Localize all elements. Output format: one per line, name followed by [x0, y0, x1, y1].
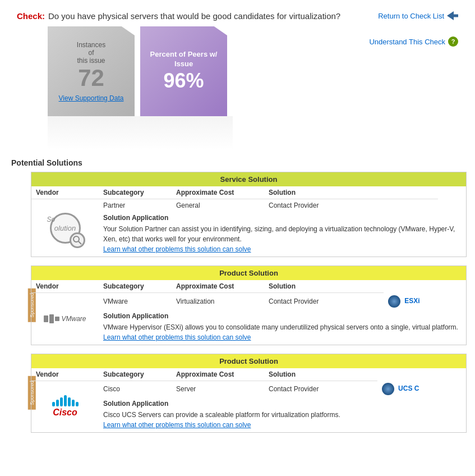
potential-solutions-title: Potential Solutions [11, 158, 467, 167]
return-link-text[interactable]: Return to Check List [378, 12, 444, 20]
approx-cost-1: Contact Provider [264, 293, 384, 310]
cisco-bar-3 [60, 397, 63, 406]
cisco-bar-7 [76, 402, 79, 406]
instances-value: 72 [78, 65, 104, 91]
help-icon: ? [448, 36, 458, 47]
subcategory-0: General [172, 199, 264, 212]
approx-cost-0: Contact Provider [264, 199, 438, 212]
col-header-subcat-2: Subcategory [99, 368, 172, 381]
col-header-solution-0: Solution [264, 186, 438, 199]
service-solution-box: Service Solution Vendor Subcategory Appr… [31, 172, 467, 257]
solution-item-3: Sponsored Product Solution Vendor Subcat… [31, 354, 467, 433]
instances-box: Instances of this issue 72 View Supporti… [48, 26, 135, 116]
cisco-bar-5 [68, 397, 71, 406]
cisco-name: Cisco [53, 408, 77, 418]
svg-point-0 [73, 236, 79, 242]
col-header-cost-2: Approximate Cost [172, 368, 264, 381]
solution-1: ESXi [384, 293, 466, 310]
instances-label3: this issue [77, 57, 105, 65]
svg-rect-3 [49, 314, 54, 323]
cisco-bar-2 [56, 400, 59, 406]
vmware-icon [44, 313, 59, 324]
col-header-cost-0: Approximate Cost [172, 186, 264, 199]
solution-app-label-0: Solution Application [103, 214, 168, 222]
col-header-vendor-1: Vendor [31, 280, 99, 293]
subcategory-2: Server [172, 381, 264, 397]
learn-more-link-1[interactable]: Learn what other problems this solution … [103, 332, 462, 345]
esxi-link[interactable]: ESXi [404, 297, 419, 305]
product-solution-header-1: Product Solution [31, 266, 466, 280]
esxi-globe-icon [388, 295, 400, 308]
vendor-logo-cell-2: Cisco [31, 381, 99, 432]
solution-2: UCS C [377, 381, 466, 397]
vendor-logo-cell-1: VMware [31, 293, 99, 345]
understand-link-text[interactable]: Understand This Check [369, 38, 445, 46]
product-solution-box-2: Product Solution Vendor Subcategory Appr… [31, 354, 467, 433]
learn-more-link-0[interactable]: Learn what other problems this solution … [103, 244, 462, 257]
peers-box: Percent of Peers w/ Issue 96% [140, 26, 227, 116]
product-solution-box-1: Product Solution Vendor Subcategory Appr… [31, 266, 467, 345]
ucs-link[interactable]: UCS C [398, 385, 419, 392]
service-solution-header: Service Solution [31, 172, 466, 186]
col-header-subcat-0: Subcategory [99, 186, 172, 199]
vmware-logo: VMware [36, 313, 94, 324]
svg-rect-2 [44, 315, 48, 322]
solution-item-2: Sponsored Product Solution Vendor Subcat… [31, 266, 467, 345]
peers-label: Percent of Peers w/ Issue [140, 50, 227, 69]
col-header-cost-1: Approximate Cost [172, 280, 264, 293]
check-question: Do you have physical servers that would … [48, 11, 340, 21]
solution-desc-0: Your Solution Partner can assist you in … [103, 224, 462, 244]
svg-rect-4 [55, 317, 59, 321]
col-header-vendor-2: Vendor [31, 368, 99, 381]
cisco-bars [52, 395, 79, 406]
check-label: Check: [17, 11, 45, 21]
instances-label1: Instances [77, 41, 105, 49]
so-text: So [47, 216, 56, 223]
return-link[interactable]: Return to Check List [378, 11, 458, 20]
learn-more-link-2[interactable]: Learn what other problems this solution … [103, 420, 462, 432]
cisco-bar-1 [52, 402, 55, 406]
understand-check-link[interactable]: Understand This Check ? [369, 36, 458, 47]
col-header-vendor-0: Vendor [31, 186, 99, 199]
peers-value: 96% [163, 69, 204, 93]
vendor-logo-cell-0: olution So [31, 199, 99, 257]
vendor-name-0: Partner [99, 199, 172, 212]
solution-item-1: Service Solution Vendor Subcategory Appr… [31, 172, 467, 257]
instances-label2: of [88, 49, 94, 57]
cisco-bar-4 [64, 395, 67, 406]
vendor-name-1: VMware [99, 293, 172, 310]
col-header-solution-2: Solution [264, 368, 377, 381]
subcategory-1: Virtualization [172, 293, 264, 310]
partner-circle-text: olution [54, 224, 76, 232]
vendor-name-2: Cisco [99, 381, 172, 397]
solution-app-label-1: Solution Application [103, 312, 168, 320]
solution-desc-1: VMware Hypervisor (ESXi) allows you to c… [103, 322, 462, 332]
partner-logo: olution So [50, 213, 81, 244]
solution-desc-2: Cisco UCS Servers can provide a scaleabl… [103, 410, 462, 420]
stats-reflection [48, 116, 233, 150]
cisco-bar-6 [72, 400, 75, 406]
ucs-globe-icon [382, 383, 394, 395]
vmware-text: VMware [61, 315, 86, 323]
view-supporting-data-link[interactable]: View Supporting Data [59, 94, 124, 102]
svg-line-1 [79, 241, 81, 244]
col-header-subcat-1: Subcategory [99, 280, 172, 293]
approx-cost-2: Contact Provider [264, 381, 377, 397]
product-solution-header-2: Product Solution [31, 354, 466, 368]
solution-0 [438, 199, 466, 212]
cisco-logo: Cisco [36, 395, 94, 418]
return-arrow-icon [447, 11, 458, 20]
col-header-solution-1: Solution [264, 280, 384, 293]
solution-app-label-2: Solution Application [103, 400, 168, 408]
magnifier-icon [70, 232, 85, 248]
